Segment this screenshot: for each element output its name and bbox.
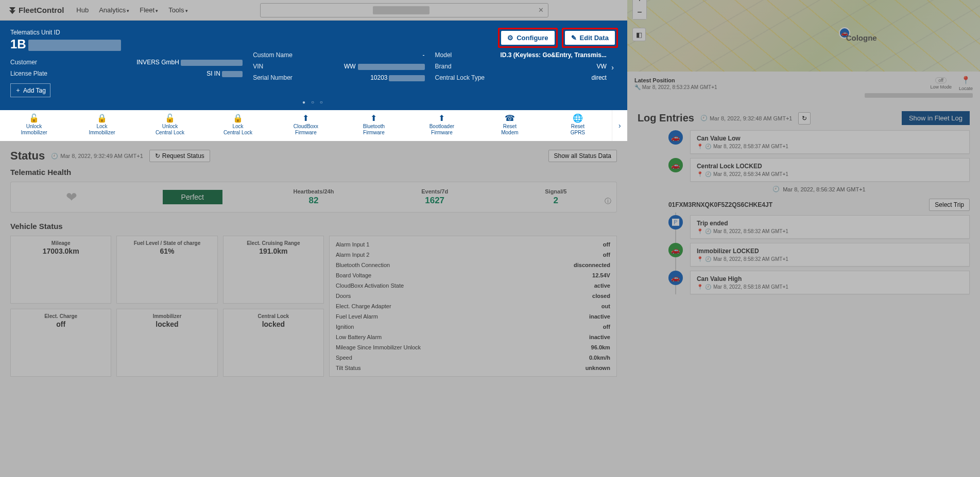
status-title: Status	[10, 149, 45, 163]
status-list-row: Low Battery Alarminactive	[336, 332, 610, 342]
status-card: Fuel Level / State of charge61%	[116, 236, 217, 304]
vin-value: WW	[315, 61, 435, 72]
log-timestamp: 🕘Mar 8, 2022, 9:32:48 AM GMT+1	[700, 115, 793, 121]
license-value: SI IN	[72, 68, 253, 79]
list-value: off	[603, 250, 610, 260]
clock-icon: 🕘	[705, 284, 711, 290]
layers-button[interactable]: ◧	[632, 28, 646, 41]
status-card: Mileage17003.0km	[10, 236, 111, 304]
action-cloudboxx-firmware[interactable]: ⬆CloudBoxxFirmware	[272, 110, 340, 141]
list-value: 12.54V	[592, 270, 610, 280]
log-entry-card[interactable]: Can Value High📍🕘Mar 8, 2022, 8:58:18 AM …	[690, 271, 970, 294]
heart-icon: ❤	[11, 189, 132, 205]
clock-icon: 🕘	[705, 256, 711, 262]
status-list-row: Doorsclosed	[336, 291, 610, 301]
list-value: 0.0km/h	[589, 352, 610, 363]
log-entry-ts: 📍🕘Mar 8, 2022, 8:58:32 AM GMT+1	[697, 256, 963, 262]
log-entry-card[interactable]: Can Value Low📍🕘Mar 8, 2022, 8:58:37 AM G…	[690, 130, 970, 154]
action-unlock-immobilizer[interactable]: 🔓UnlockImmobilizer	[0, 110, 68, 141]
add-tag-button[interactable]: ＋Add Tag	[10, 83, 50, 97]
action-icon: 🌐	[546, 115, 610, 121]
status-timestamp: 🕘Mar 8, 2022, 9:32:49 AM GMT+1	[51, 153, 143, 160]
health-badge: Perfect	[163, 190, 222, 204]
map[interactable]: Copy Position Open in Google Maps + − ◧ …	[627, 0, 980, 72]
vin-label: VIN	[253, 61, 315, 72]
card-label: Immobilizer	[121, 313, 213, 319]
status-list-row: Tilt Statusunknown	[336, 363, 610, 373]
action-icon: ⬆	[274, 115, 338, 121]
nav-fleet[interactable]: Fleet▾	[140, 6, 158, 14]
page-dots: ● ○ ○	[10, 99, 617, 105]
action-reset-gprs[interactable]: 🌐ResetGPRS	[544, 110, 612, 141]
show-all-status-button[interactable]: Show all Status Data	[548, 150, 617, 162]
card-label: Mileage	[15, 240, 107, 246]
action-icon: ☎	[478, 115, 542, 121]
list-key: CloudBoxx Activation State	[336, 280, 404, 291]
clock-icon: 🕘	[51, 153, 58, 160]
list-key: Low Battery Alarm	[336, 332, 382, 342]
card-value: off	[15, 320, 107, 328]
list-value: 96.0km	[591, 342, 610, 352]
refresh-log-button[interactable]: ↻	[798, 112, 811, 125]
ev-label: Events/7d	[374, 188, 495, 195]
license-label: License Plate	[10, 68, 72, 79]
action-lock-immobilizer[interactable]: 🔒LockImmobilizer	[68, 110, 136, 141]
card-value: 17003.0km	[15, 247, 107, 255]
ev-val: 1627	[374, 196, 495, 206]
nav-hub[interactable]: Hub	[76, 6, 89, 14]
status-list-row: Speed0.0km/h	[336, 352, 610, 363]
status-list-row: Fuel Level Alarminactive	[336, 311, 610, 322]
action-bluetooth-firmware[interactable]: ⬆BluetoothFirmware	[340, 110, 408, 141]
log-entry-title: Immobilizer LOCKED	[697, 248, 963, 255]
serial-value: 10203	[315, 72, 435, 83]
zoom-out-button[interactable]: −	[633, 6, 646, 19]
zoom-in-button[interactable]: +	[633, 0, 646, 6]
select-trip-button[interactable]: Select Trip	[929, 199, 970, 211]
action-icon: 🔒	[70, 115, 134, 121]
status-card: Central Locklocked	[223, 309, 324, 377]
log-entry-icon: 🚗	[668, 271, 683, 285]
log-entry-ts: 📍🕘Mar 8, 2022, 8:58:32 AM GMT+1	[697, 228, 963, 234]
list-key: Alarm Input 2	[336, 250, 369, 260]
list-value: closed	[592, 291, 610, 301]
action-bootloader-firmware[interactable]: ⬆BootloaderFirmware	[408, 110, 476, 141]
sig-label: Signal/5	[495, 188, 616, 195]
brand-label: Brand	[435, 61, 497, 72]
custom-name-value: -	[315, 49, 435, 61]
brand-icon	[8, 6, 16, 14]
clock-icon: 🕘	[705, 144, 711, 149]
brand-value: VW	[497, 61, 617, 72]
list-value: active	[594, 280, 610, 291]
log-entry-card[interactable]: Trip ended📍🕘Mar 8, 2022, 8:58:32 AM GMT+…	[690, 215, 970, 239]
list-key: Alarm Input 1	[336, 239, 369, 250]
action-icon: 🔓	[2, 115, 66, 121]
low-mode-toggle[interactable]: offLow Mode	[930, 77, 952, 90]
action-lock-central-lock[interactable]: 🔒LockCentral Lock	[204, 110, 272, 141]
unit-id-value: 1B	[10, 37, 253, 51]
pin-icon: 📍	[961, 76, 971, 85]
log-entry-title: Central Lock LOCKED	[697, 163, 963, 170]
locate-button[interactable]: 📍Locate	[959, 76, 973, 91]
chevron-right-icon[interactable]: ›	[611, 63, 614, 72]
info-icon[interactable]: ⓘ	[605, 197, 611, 206]
clear-icon[interactable]: ✕	[538, 6, 544, 14]
log-entry-card[interactable]: Central Lock LOCKED📍🕘Mar 8, 2022, 8:58:3…	[690, 158, 970, 182]
request-status-button[interactable]: ↻Request Status	[149, 150, 210, 162]
action-reset-modem[interactable]: ☎ResetModem	[476, 110, 544, 141]
status-card: Elect. Cruising Range191.0km	[223, 236, 324, 304]
search-box: ✕	[260, 3, 548, 17]
show-fleet-log-button[interactable]: Show in Fleet Log	[902, 111, 970, 125]
list-key: Fuel Level Alarm	[336, 311, 378, 322]
log-entry-card[interactable]: Immobilizer LOCKED📍🕘Mar 8, 2022, 8:58:32…	[690, 243, 970, 267]
action-unlock-central-lock[interactable]: 🔓UnlockCentral Lock	[136, 110, 204, 141]
clock-icon: 🕘	[772, 186, 780, 192]
log-entry-ts: 📍🕘Mar 8, 2022, 8:58:18 AM GMT+1	[697, 284, 963, 290]
action-next-button[interactable]: ›	[612, 110, 627, 141]
card-label: Elect. Cruising Range	[228, 240, 319, 246]
nav-tools[interactable]: Tools▾	[168, 6, 187, 14]
clock-icon: 🕘	[705, 171, 711, 177]
action-strip: 🔓UnlockImmobilizer🔒LockImmobilizer🔓Unloc…	[0, 110, 627, 141]
refresh-icon: ↻	[155, 152, 160, 160]
nav-analytics[interactable]: Analytics▾	[99, 6, 129, 14]
sig-val: 2	[495, 196, 616, 206]
